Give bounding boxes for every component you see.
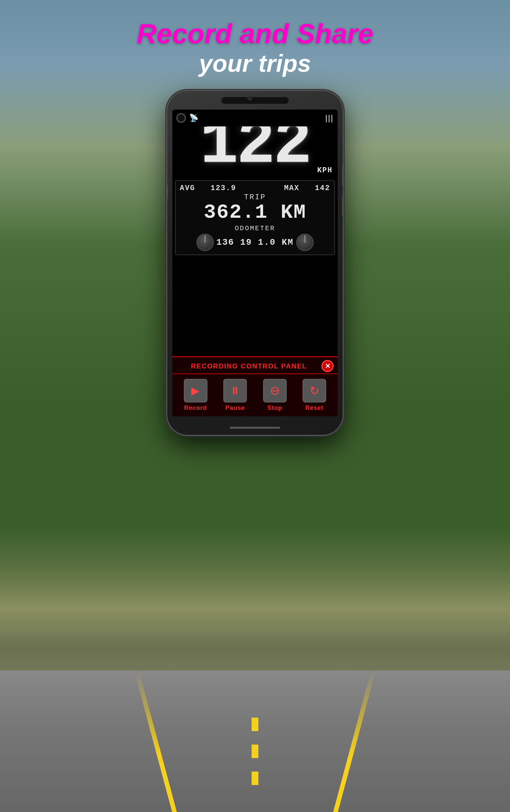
record-icon: ▶ <box>184 379 207 402</box>
pause-label: Pause <box>225 404 245 412</box>
max-label: MAX <box>284 184 300 192</box>
phone-device: 📡 ||| 122 KPH AVG 123.9 MAX 142 <box>167 91 343 435</box>
phone-screen: 📡 ||| 122 KPH AVG 123.9 MAX 142 <box>172 110 338 416</box>
trip-value: 362.1 KM <box>180 202 330 222</box>
volume-left-button[interactable] <box>167 185 168 199</box>
recording-control-panel: RECORDING CONTROL PANEL ✕ ▶ Record ⏸ Pau… <box>172 356 338 416</box>
control-buttons-row: ▶ Record ⏸ Pause ⊖ Stop ↻ Reset <box>172 374 338 416</box>
stop-button[interactable]: ⊖ Stop <box>263 379 287 412</box>
close-panel-button[interactable]: ✕ <box>321 360 334 372</box>
reset-icon: ↻ <box>303 379 326 402</box>
reset-label: Reset <box>305 404 323 412</box>
reset-button[interactable]: ↻ Reset <box>303 379 326 412</box>
speed-unit: KPH <box>317 166 333 175</box>
panel-header: RECORDING CONTROL PANEL ✕ <box>172 357 338 374</box>
pause-icon: ⏸ <box>223 379 247 402</box>
odometer-label: ODOMETER <box>180 224 330 232</box>
avg-label: AVG <box>180 184 195 192</box>
record-button[interactable]: ▶ Record <box>184 379 207 412</box>
header-section: Record and Share your trips <box>0 19 510 78</box>
stop-label: Stop <box>267 404 282 412</box>
road-line-right <box>333 670 376 812</box>
camera-icon <box>176 113 186 123</box>
volume-button[interactable] <box>342 196 343 216</box>
stats-panel: AVG 123.9 MAX 142 TRIP 362.1 KM ODOMETER… <box>175 180 335 255</box>
front-camera <box>248 96 252 100</box>
odometer-value: 136 19 1.0 KM <box>217 237 294 247</box>
header-subtitle: your trips <box>0 49 510 78</box>
home-indicator <box>230 427 280 429</box>
stats-row-avg-max: AVG 123.9 MAX 142 <box>180 184 330 192</box>
max-stat: MAX 142 <box>284 184 330 192</box>
header-title: Record and Share <box>0 19 510 49</box>
trip-label: TRIP <box>180 193 330 202</box>
panel-title: RECORDING CONTROL PANEL <box>176 362 321 370</box>
record-label: Record <box>184 404 207 412</box>
road-line-left <box>134 670 177 812</box>
gps-icon: 📡 <box>189 114 198 122</box>
status-bar: 📡 ||| <box>172 110 338 126</box>
pause-button[interactable]: ⏸ Pause <box>223 379 247 412</box>
speaker-bar <box>221 97 289 104</box>
odometer-row: 136 19 1.0 KM <box>180 234 330 251</box>
stop-icon: ⊖ <box>263 379 287 402</box>
max-value: 142 <box>315 184 330 192</box>
menu-icon[interactable]: ||| <box>325 113 334 123</box>
road-background <box>0 670 510 812</box>
avg-stat: AVG 123.9 <box>180 184 236 192</box>
power-button[interactable] <box>342 165 343 185</box>
status-left-icons: 📡 <box>176 113 198 123</box>
avg-value: 123.9 <box>210 184 236 192</box>
dial-right <box>296 234 314 251</box>
dial-left <box>196 234 214 251</box>
